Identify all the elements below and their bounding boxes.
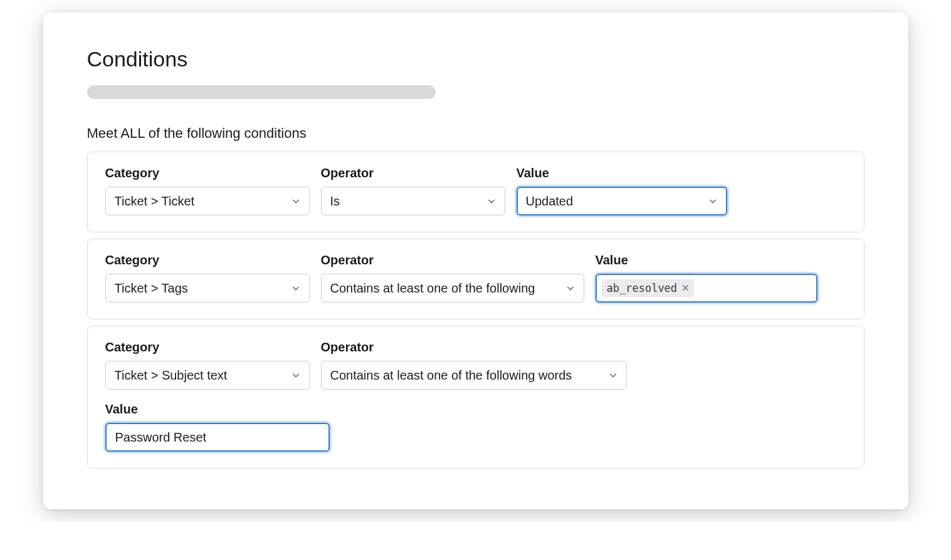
operator-field: Operator Contains at least one of the fo… — [321, 253, 584, 303]
conditions-panel: Conditions Meet ALL of the following con… — [43, 13, 908, 509]
conditions-list: Category Ticket > Ticket Operator Is — [87, 152, 864, 469]
page-title: Conditions — [87, 47, 864, 71]
category-dropdown[interactable]: Ticket > Subject text — [105, 361, 310, 390]
chevron-down-icon — [566, 284, 575, 293]
chevron-down-icon — [292, 197, 300, 205]
value-field: Value ab_resolved — [596, 253, 817, 303]
chevron-down-icon — [487, 197, 496, 205]
value-label: Value — [105, 402, 846, 417]
dropdown-value: Is — [330, 194, 340, 209]
condition-row: Category Ticket > Subject text Operator … — [87, 326, 864, 469]
tag-input[interactable]: ab_resolved — [596, 274, 817, 303]
value-text-input[interactable]: Password Reset — [105, 423, 330, 452]
remove-tag-icon[interactable] — [682, 284, 689, 293]
category-field: Category Ticket > Tags — [105, 253, 310, 303]
value-field: Value Updated — [517, 166, 727, 215]
category-label: Category — [105, 166, 310, 180]
dropdown-value: Contains at least one of the following — [330, 281, 535, 296]
dropdown-value: Contains at least one of the following w… — [330, 368, 572, 383]
dropdown-value: Updated — [526, 194, 574, 209]
dropdown-value: Ticket > Ticket — [115, 194, 195, 209]
chevron-down-icon — [708, 197, 717, 205]
chevron-down-icon — [292, 371, 300, 380]
tag-chip: ab_resolved — [602, 279, 695, 297]
category-field: Category Ticket > Ticket — [105, 166, 310, 215]
category-field: Category Ticket > Subject text — [105, 340, 310, 390]
dropdown-value: Ticket > Subject text — [115, 368, 228, 383]
category-dropdown[interactable]: Ticket > Ticket — [105, 187, 310, 215]
conditions-subtitle: Meet ALL of the following conditions — [87, 125, 864, 142]
value-field: Value Password Reset — [105, 402, 846, 452]
operator-label: Operator — [321, 340, 627, 355]
operator-dropdown[interactable]: Contains at least one of the following — [321, 274, 584, 303]
condition-row: Category Ticket > Tags Operator Contains… — [87, 239, 864, 319]
category-label: Category — [105, 340, 310, 355]
chevron-down-icon — [609, 371, 617, 380]
operator-label: Operator — [321, 253, 584, 267]
value-label: Value — [517, 166, 727, 180]
category-label: Category — [105, 253, 310, 267]
operator-field: Operator Contains at least one of the fo… — [321, 340, 627, 390]
operator-field: Operator Is — [321, 166, 505, 215]
description-placeholder — [87, 85, 436, 99]
dropdown-value: Ticket > Tags — [115, 281, 188, 296]
operator-dropdown[interactable]: Contains at least one of the following w… — [321, 361, 627, 390]
value-label: Value — [596, 253, 817, 267]
condition-row: Category Ticket > Ticket Operator Is — [87, 152, 864, 232]
category-dropdown[interactable]: Ticket > Tags — [105, 274, 310, 303]
operator-label: Operator — [321, 166, 505, 180]
tag-text: ab_resolved — [607, 282, 678, 294]
operator-dropdown[interactable]: Is — [321, 187, 505, 215]
value-dropdown[interactable]: Updated — [517, 187, 727, 215]
chevron-down-icon — [292, 284, 300, 293]
input-value: Password Reset — [115, 430, 207, 445]
